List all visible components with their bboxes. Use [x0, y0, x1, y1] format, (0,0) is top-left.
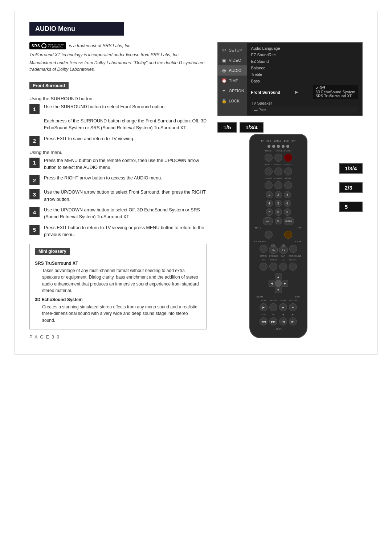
num-3[interactable]: 3: [284, 191, 291, 198]
badge-15: 1/5: [217, 122, 237, 133]
info-btn[interactable]: [260, 263, 268, 271]
num-2[interactable]: 2: [275, 191, 282, 198]
badge-134: 1/3/4: [339, 163, 363, 174]
step-text-m2: Press the RIGHT arrow button to access t…: [44, 175, 207, 182]
page-title: AUDIO Menu: [29, 22, 124, 36]
step-text-1a: Use the SURROUND button to select Front …: [44, 104, 207, 132]
power-label: POWER: [284, 150, 292, 152]
sidebar-video-label: VIDEO: [229, 58, 241, 62]
video2-btn[interactable]: [274, 167, 282, 175]
ezpic-btn[interactable]: [289, 245, 297, 253]
tvvideo-btn[interactable]: [274, 154, 282, 162]
rew-btn[interactable]: ◀◀: [260, 317, 268, 325]
rew-label: REW: [260, 313, 268, 316]
nav-left-btn[interactable]: ◀: [269, 280, 275, 287]
play-btn[interactable]: ▶: [260, 303, 268, 311]
comp1-btn[interactable]: [265, 181, 273, 189]
tv-dot[interactable]: [268, 145, 270, 148]
ezsound-label: EZ SOUND: [254, 240, 266, 243]
srs-badge: SRS TruSurroundXT DIGITAL: [29, 42, 66, 49]
ratio-label: RATIO: [260, 255, 268, 257]
ch-block: CH ∧∨: [279, 244, 288, 254]
vol-rocker[interactable]: +/-: [269, 246, 278, 254]
guide-btn[interactable]: GUIDE: [284, 217, 294, 225]
dvd-dot[interactable]: [282, 145, 285, 148]
right-badges: 1/3/4 2/3 5: [339, 134, 363, 212]
menu-content: Audio Language EZ SoundRite EZ Sound Bal…: [247, 43, 362, 116]
tvvideo-label: TV/VIDEO: [274, 150, 282, 152]
mute-btn[interactable]: [265, 231, 273, 239]
playback-labels: PLAY PAUSE STOP RECORD: [260, 299, 297, 301]
skipfwd-btn[interactable]: ▶|: [289, 317, 297, 325]
tv-label: TV: [261, 140, 264, 142]
mute-fav-row: [265, 231, 292, 239]
step-num-m3: 3: [29, 189, 40, 199]
glossary-def-2: Creates a stunning simulated stereo effe…: [35, 304, 201, 324]
stop-label: STOP: [279, 299, 287, 301]
mode-btn[interactable]: [265, 154, 273, 162]
menu-audio-language: Audio Language: [251, 45, 358, 52]
nav-ok-btn[interactable]: [275, 280, 282, 287]
record-btn[interactable]: ●: [289, 303, 297, 311]
num-9[interactable]: 9: [284, 208, 291, 216]
num-7[interactable]: 7: [266, 208, 273, 216]
cc-btn[interactable]: [279, 263, 287, 271]
vcr-dot[interactable]: [272, 145, 275, 148]
sidebar-item-video[interactable]: ▣ VIDEO: [218, 55, 247, 65]
video1-btn[interactable]: [265, 167, 273, 175]
pause-btn[interactable]: ⏸: [269, 303, 277, 311]
skipback-btn[interactable]: |◀: [279, 317, 287, 325]
step-text-2a: Press EXIT to save and return to TV view…: [44, 135, 207, 142]
num-6[interactable]: 6: [284, 200, 291, 207]
option-icon: ✦: [221, 88, 227, 94]
left-column: SRS TruSurroundXT DIGITAL is a trademark…: [29, 42, 207, 340]
hdmi-btn[interactable]: [284, 181, 292, 189]
comp2-btn[interactable]: [274, 181, 282, 189]
skipfwd-label: ▶|: [289, 313, 297, 316]
mode-btn-row: [265, 154, 292, 162]
sat-label: SAT: [291, 140, 295, 142]
badge-23: 2/3: [339, 182, 363, 193]
cc-label: CC: [279, 259, 287, 261]
menu-treble: Treble: [251, 71, 358, 78]
step-text-m1: Press the MENU button on the remote cont…: [44, 157, 207, 171]
sat-dot[interactable]: [286, 145, 289, 148]
srs-desc1: TruSurround XT technology is incorporate…: [29, 52, 207, 58]
nav-right-btn[interactable]: ▶: [282, 280, 288, 287]
mute-fav-labels: MUTE FAV: [254, 227, 303, 229]
ezsound-btn[interactable]: [260, 245, 268, 253]
front-btn[interactable]: [284, 167, 292, 175]
using-menu-title: Using the menu: [29, 150, 207, 155]
numpad-row-3: 7 8 9: [266, 208, 291, 216]
vcr-label: VCR: [266, 140, 271, 142]
signal-btn[interactable]: [289, 263, 297, 271]
stop-btn[interactable]: ■: [279, 303, 287, 311]
dash-btn[interactable]: —: [263, 217, 273, 225]
num-4[interactable]: 4: [266, 200, 273, 207]
submenu-srs: SRS TruSurround XT: [316, 94, 355, 98]
sidebar-item-option[interactable]: ✦ OPTION: [218, 86, 247, 96]
power-btn[interactable]: [284, 154, 292, 162]
num-5[interactable]: 5: [275, 200, 282, 207]
num-1[interactable]: 1: [266, 191, 273, 198]
sidebar-item-setup[interactable]: ⚙ SETUP: [218, 45, 247, 55]
num-8[interactable]: 8: [275, 208, 282, 216]
ch-rocker[interactable]: ∧∨: [279, 246, 288, 254]
vol-ch-block: VOL +/- CH ∧∨: [260, 244, 297, 254]
nav-up-btn[interactable]: ▲: [275, 274, 282, 280]
page-number: P A G E 3 0: [29, 335, 207, 340]
setup-icon: ⚙: [221, 47, 227, 53]
num-0[interactable]: 0: [275, 217, 282, 224]
sidebar-item-audio[interactable]: ◎ AUDIO: [218, 65, 247, 76]
info-labels: INFO TIMER CC SIGNAL: [260, 259, 297, 261]
comp1-label: COMP1: [265, 177, 273, 179]
sidebar-item-lock[interactable]: 🔒 LOCK: [218, 96, 247, 106]
nav-down-btn[interactable]: ▼: [275, 287, 282, 293]
playback-btn-row: ▶ ⏸ ■ ●: [260, 303, 297, 311]
cable-dot[interactable]: [277, 145, 280, 148]
fav-btn[interactable]: [284, 231, 292, 239]
sidebar-item-time[interactable]: ⏰ TIME: [218, 76, 247, 86]
srs-desc2: Manufactured under license from Dolby La…: [29, 60, 207, 73]
timer-btn[interactable]: [269, 263, 277, 271]
ff-btn[interactable]: ▶▶: [269, 317, 277, 325]
